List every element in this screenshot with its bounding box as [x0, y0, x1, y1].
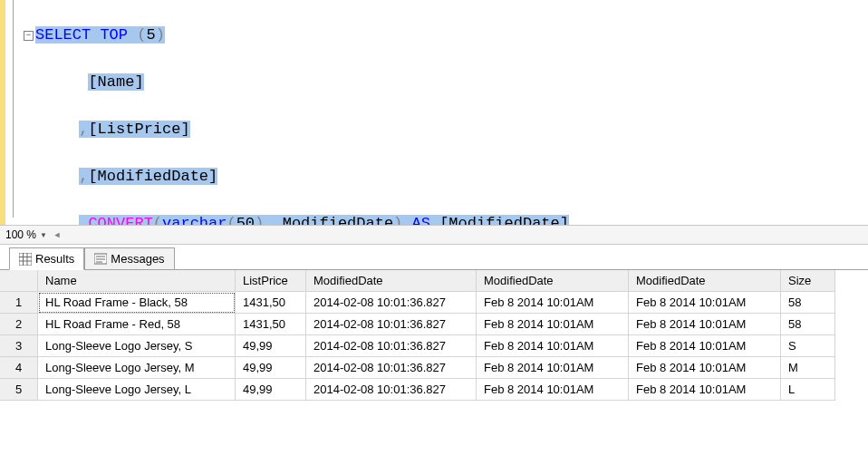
top-n: 5 — [146, 26, 155, 44]
col-header-size[interactable]: Size — [781, 270, 835, 292]
chevron-down-icon: ▼ — [40, 231, 47, 239]
cell-d1[interactable]: 2014-02-08 10:01:36.827 — [306, 357, 477, 379]
cell-price[interactable]: 49,99 — [236, 335, 306, 357]
cell-d1[interactable]: 2014-02-08 10:01:36.827 — [306, 379, 477, 401]
scroll-left-icon[interactable]: ◄ — [53, 228, 62, 241]
col-moddate: [ModifiedDate] — [88, 168, 217, 185]
col-name: [Name] — [88, 73, 143, 91]
tab-results[interactable]: Results — [9, 247, 84, 270]
cell-d2[interactable]: Feb 8 2014 10:01AM — [477, 292, 629, 314]
row-number[interactable]: 2 — [0, 314, 38, 335]
collapse-toggle-icon[interactable]: − — [24, 31, 34, 41]
cell-d1[interactable]: 2014-02-08 10:01:36.827 — [306, 335, 477, 357]
change-marker — [0, 0, 5, 225]
cell-name[interactable]: Long-Sleeve Logo Jersey, L — [38, 379, 236, 401]
cell-d3[interactable]: Feb 8 2014 10:01AM — [629, 357, 781, 379]
comma: , — [79, 168, 88, 185]
zoom-dropdown[interactable]: 100 % ▼ — [5, 228, 47, 241]
kw-select: SELECT — [35, 26, 91, 44]
grid-corner[interactable] — [0, 270, 38, 292]
results-pane: Results Messages Name ListPrice Modified… — [0, 245, 868, 401]
alias-moddate: [ModifiedDate] — [439, 215, 569, 225]
cell-d3[interactable]: Feb 8 2014 10:01AM — [629, 314, 781, 335]
row-number[interactable]: 5 — [0, 379, 38, 401]
cell-name[interactable]: Long-Sleeve Logo Jersey, S — [38, 335, 236, 357]
code-content[interactable]: −SELECT TOP (5) [Name] ,[ListPrice] ,[Mo… — [18, 0, 868, 225]
cell-d2[interactable]: Feb 8 2014 10:01AM — [477, 357, 629, 379]
cell-price[interactable]: 1431,50 — [236, 314, 306, 335]
cell-d2[interactable]: Feb 8 2014 10:01AM — [477, 314, 629, 335]
fn-convert: CONVERT — [88, 215, 152, 225]
tab-messages-label: Messages — [111, 252, 164, 266]
row-number[interactable]: 1 — [0, 292, 38, 314]
col-header-moddate1[interactable]: ModifiedDate — [306, 270, 477, 292]
tab-results-label: Results — [35, 252, 74, 266]
col-header-moddate3[interactable]: ModifiedDate — [629, 270, 781, 292]
kw-as: AS — [412, 215, 430, 225]
cell-size[interactable]: 58 — [781, 292, 835, 314]
cell-name[interactable]: Long-Sleeve Logo Jersey, M — [38, 357, 236, 379]
col-header-name[interactable]: Name — [38, 270, 236, 292]
row-number[interactable]: 4 — [0, 357, 38, 379]
cell-d1[interactable]: 2014-02-08 10:01:36.827 — [306, 314, 477, 335]
cell-d2[interactable]: Feb 8 2014 10:01AM — [477, 335, 629, 357]
cell-price[interactable]: 49,99 — [236, 379, 306, 401]
zoom-value: 100 % — [5, 228, 36, 241]
paren-close: ) — [156, 26, 165, 44]
cell-price[interactable]: 1431,50 — [236, 292, 306, 314]
cell-d3[interactable]: Feb 8 2014 10:01AM — [629, 379, 781, 401]
svg-rect-0 — [19, 253, 32, 266]
cell-d1[interactable]: 2014-02-08 10:01:36.827 — [306, 292, 477, 314]
sql-editor[interactable]: −SELECT TOP (5) [Name] ,[ListPrice] ,[Mo… — [0, 0, 868, 225]
zoom-bar: 100 % ▼ ◄ — [0, 225, 868, 245]
cell-name[interactable]: HL Road Frame - Black, 58 — [38, 292, 236, 314]
cell-size[interactable]: S — [781, 335, 835, 357]
messages-icon — [94, 253, 107, 266]
type-varchar: varchar — [162, 215, 227, 225]
outline-guide — [13, 0, 14, 218]
col-listprice: [ListPrice] — [88, 121, 189, 138]
grid-icon — [19, 253, 32, 266]
col-header-listprice[interactable]: ListPrice — [236, 270, 306, 292]
results-grid[interactable]: Name ListPrice ModifiedDate ModifiedDate… — [0, 270, 868, 401]
tab-messages[interactable]: Messages — [84, 247, 174, 270]
cell-size[interactable]: 58 — [781, 314, 835, 335]
results-tabs: Results Messages — [0, 245, 868, 270]
kw-top: TOP — [100, 26, 128, 44]
row-number[interactable]: 3 — [0, 335, 38, 357]
cell-d3[interactable]: Feb 8 2014 10:01AM — [629, 335, 781, 357]
paren-open: ( — [137, 26, 146, 44]
cell-d3[interactable]: Feb 8 2014 10:01AM — [629, 292, 781, 314]
cell-price[interactable]: 49,99 — [236, 357, 306, 379]
comma: , — [79, 215, 88, 225]
col-header-moddate2[interactable]: ModifiedDate — [477, 270, 629, 292]
cell-d2[interactable]: Feb 8 2014 10:01AM — [477, 379, 629, 401]
cell-size[interactable]: L — [781, 379, 835, 401]
comma: , — [79, 121, 88, 138]
cell-size[interactable]: M — [781, 357, 835, 379]
editor-gutter — [0, 0, 18, 225]
cell-name[interactable]: HL Road Frame - Red, 58 — [38, 314, 236, 335]
